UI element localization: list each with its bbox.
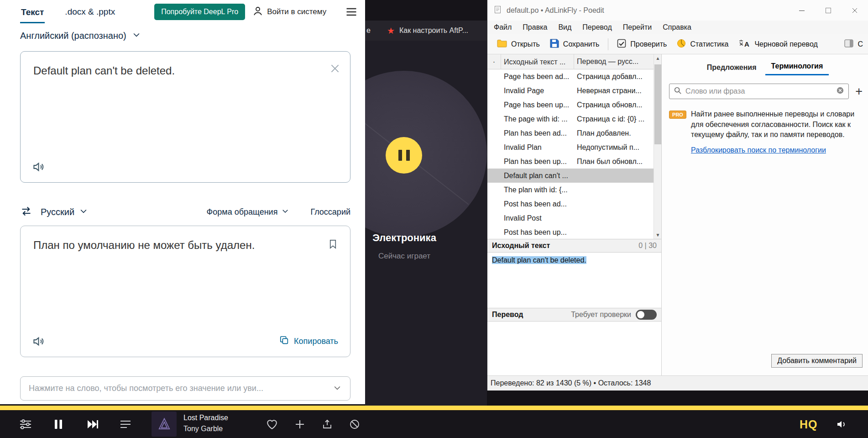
list-item[interactable]: The page with id: ...Страница с id: {0} … [487, 112, 654, 126]
track-artist[interactable]: Tony Garble [183, 425, 223, 433]
formality-selector[interactable]: Форма обращения [207, 207, 290, 217]
status-bar: Переведено: 82 из 1430 (5 %) • Осталось:… [487, 375, 868, 391]
try-pro-button[interactable]: Попробуйте DeepL Pro [154, 4, 245, 20]
translation-text[interactable]: План по умолчанию не может быть удален. [33, 238, 255, 252]
search-input[interactable] [685, 87, 836, 95]
poedit-main: · Исходный текст ... Перевод — русс... P… [487, 54, 868, 375]
source-column-header[interactable]: Исходный текст ... [501, 54, 574, 69]
pretranslate-button[interactable]: A Черновой перевод [733, 36, 822, 53]
pretranslate-icon: A [738, 39, 750, 50]
minimize-button[interactable] [789, 0, 815, 21]
next-track-icon[interactable] [87, 419, 99, 429]
list-item[interactable]: Page has been up...Страница обновл... [487, 98, 654, 112]
target-column-header[interactable]: Перевод — русс... [574, 58, 661, 66]
chevron-down-icon [132, 30, 141, 42]
equalizer-settings-icon[interactable] [19, 419, 32, 430]
unlock-terminology-link[interactable]: Разблокировать поиск по терминологии [691, 146, 861, 154]
list-item[interactable]: Invalid Post [487, 211, 654, 225]
list-item[interactable]: Post has been up... [487, 225, 654, 239]
clear-source-icon[interactable] [329, 63, 341, 74]
menu-item-go[interactable]: Перейти [617, 23, 657, 32]
translation-text-view[interactable] [487, 322, 661, 375]
source-text-view[interactable]: Default plan can't be deleted. [487, 253, 661, 308]
close-button[interactable] [842, 0, 868, 21]
album-art[interactable] [152, 412, 177, 437]
copy-icon [279, 335, 289, 348]
open-label: Открыть [511, 40, 540, 48]
menu-item-edit[interactable]: Правка [517, 23, 553, 32]
clear-search-icon[interactable] [836, 86, 844, 96]
needs-work-toggle[interactable] [636, 310, 657, 320]
menu-item-translation[interactable]: Перевод [577, 23, 617, 32]
menu-bar: Файл Правка Вид Перевод Перейти Справка [487, 21, 868, 34]
speaker-icon[interactable] [32, 161, 45, 173]
maximize-button[interactable] [815, 0, 842, 21]
bookmark-icon[interactable] [328, 238, 338, 250]
source-text-area[interactable]: Default plan can't be deleted. [20, 51, 350, 183]
list-item[interactable]: Invalid PlanНедопустимый п... [487, 140, 654, 154]
queue-icon[interactable] [120, 420, 131, 429]
list-item-selected[interactable]: Default plan can't ... [487, 169, 654, 183]
source-language-selector[interactable]: Английский (распознано) [20, 30, 141, 42]
track-title[interactable]: Lost Paradise [183, 414, 228, 422]
pause-bar-icon [398, 150, 402, 161]
tab-text[interactable]: Текст [20, 1, 45, 23]
validate-button[interactable]: Проверить [612, 36, 672, 53]
target-language-selector[interactable]: Русский [41, 206, 88, 218]
search-box[interactable] [669, 84, 849, 99]
menu-item-help[interactable]: Справка [657, 23, 697, 32]
target-text-area[interactable]: План по умолчанию не может быть удален. … [20, 226, 350, 357]
list-item[interactable]: Page has been ad...Страница добавл... [487, 69, 654, 84]
dot-column-header[interactable]: · [487, 54, 501, 69]
dictionary-bar[interactable]: Нажмите на слово, чтобы посмотреть его з… [20, 376, 350, 401]
glossary-button[interactable]: Глоссарий [310, 207, 350, 217]
statistics-button[interactable]: Статистика [672, 36, 733, 53]
scroll-up-icon[interactable]: ▲ [654, 54, 662, 62]
swap-languages-icon[interactable] [20, 205, 32, 219]
list-item[interactable]: Post has been ad... [487, 197, 654, 211]
pause-icon[interactable] [54, 419, 63, 430]
browser-tab-title[interactable]: Как настроить AftP... [399, 26, 468, 35]
save-button[interactable]: Сохранить [545, 36, 605, 53]
pro-info-block: PRO Найти ранее выполненные переводы и с… [669, 109, 863, 140]
source-section-title: Исходный текст [492, 242, 550, 250]
status-text: Переведено: 82 из 1430 (5 %) • Осталось:… [491, 379, 651, 387]
toggle-knob [637, 311, 644, 318]
partial-tab-text[interactable]: е [366, 26, 371, 35]
poedit-window: default.po • AdLinkFly - Poedit Файл Пра… [487, 0, 868, 391]
tab-terminology[interactable]: Терминология [765, 58, 829, 75]
add-comment-button[interactable]: Добавить комментарий [771, 354, 863, 368]
scroll-down-icon[interactable]: ▼ [654, 231, 662, 239]
copy-button[interactable]: Копировать [279, 335, 338, 348]
list-item[interactable]: Plan has been ad...План добавлен. [487, 126, 654, 140]
tab-suggestions[interactable]: Предложения [701, 59, 763, 75]
list-item[interactable]: Plan has been up...План был обновл... [487, 154, 654, 169]
deepl-header: Текст .docx & .pptx Попробуйте DeepL Pro… [20, 0, 358, 24]
add-term-button[interactable]: + [853, 85, 864, 98]
speaker-icon[interactable] [32, 335, 45, 348]
add-to-playlist-icon[interactable] [294, 419, 305, 430]
volume-icon[interactable] [835, 419, 848, 430]
sidebar-pane: Предложения Терминология + PRO Найти ран… [662, 54, 868, 375]
vinyl-disc [365, 71, 487, 237]
dislike-block-icon[interactable] [349, 419, 360, 430]
track-progress-bar[interactable] [0, 406, 868, 410]
list-scrollbar[interactable]: ▲ ▼ [654, 54, 661, 239]
folder-icon [497, 39, 507, 49]
scrollbar-thumb[interactable] [654, 64, 661, 144]
menu-item-view[interactable]: Вид [553, 23, 577, 32]
big-pause-button[interactable] [386, 137, 422, 174]
open-button[interactable]: Открыть [492, 37, 545, 52]
chevron-down-icon[interactable] [333, 383, 342, 394]
list-item[interactable]: Invalid PageНеверная страни... [487, 84, 654, 98]
login-button[interactable]: Войти в систему [252, 5, 326, 19]
hamburger-menu-icon[interactable] [345, 5, 358, 18]
share-icon[interactable] [322, 419, 333, 430]
tab-documents[interactable]: .docx & .pptx [65, 7, 115, 17]
menu-item-file[interactable]: Файл [488, 23, 517, 32]
list-item[interactable]: The plan with id: {... [487, 183, 654, 197]
source-text[interactable]: Default plan can't be deleted. [33, 63, 175, 78]
like-heart-icon[interactable] [266, 419, 278, 430]
sidebar-toggle-button[interactable]: С [839, 37, 868, 52]
hq-quality-badge[interactable]: HQ [800, 417, 818, 431]
